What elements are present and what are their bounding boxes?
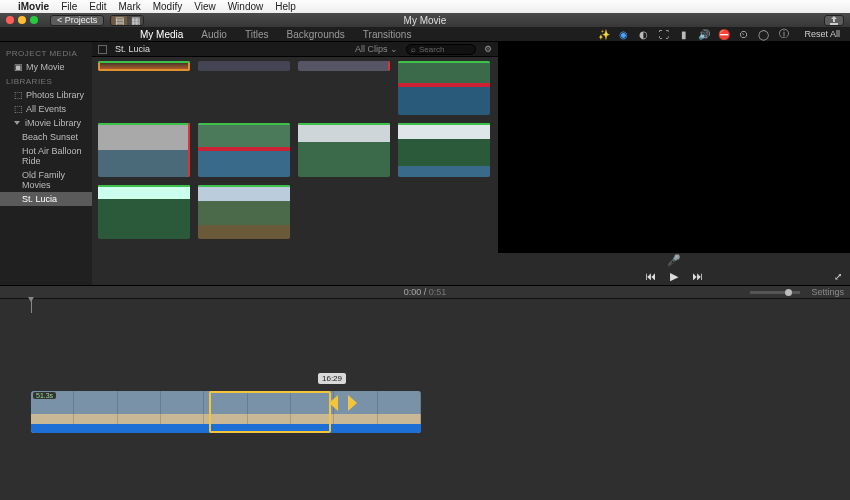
- menu-view[interactable]: View: [194, 1, 216, 12]
- window-controls: [0, 16, 38, 24]
- search-input[interactable]: ⌕ Search: [406, 44, 476, 55]
- window-titlebar: < Projects ▤ ▦ My Movie: [0, 13, 850, 27]
- disclosure-icon[interactable]: [14, 121, 20, 125]
- menu-file[interactable]: File: [61, 1, 77, 12]
- viewer-panel: 🎤 ⏮ ▶ ⏭ ⤢: [498, 42, 850, 285]
- menu-edit[interactable]: Edit: [89, 1, 106, 12]
- volume-icon[interactable]: 🔊: [698, 29, 709, 40]
- tab-backgrounds[interactable]: Backgrounds: [286, 29, 344, 40]
- media-tabs-row: My Media Audio Titles Backgrounds Transi…: [0, 27, 850, 42]
- menu-modify[interactable]: Modify: [153, 1, 182, 12]
- share-button[interactable]: [824, 15, 844, 26]
- sidebar-project-my-movie[interactable]: ▣ My Movie: [0, 60, 92, 74]
- macos-menubar: iMovie File Edit Mark Modify View Window…: [0, 0, 850, 13]
- color-balance-icon[interactable]: ◉: [618, 29, 629, 40]
- menu-imovie[interactable]: iMovie: [18, 1, 49, 12]
- info-icon[interactable]: ⓘ: [778, 27, 789, 41]
- favorites-checkbox[interactable]: [98, 45, 107, 54]
- prev-frame-button[interactable]: ⏮: [645, 270, 656, 282]
- timeline-zoom-slider[interactable]: [750, 291, 800, 294]
- sidebar-event-old-movies[interactable]: Old Family Movies: [0, 168, 92, 192]
- menu-window[interactable]: Window: [228, 1, 264, 12]
- close-window-icon[interactable]: [6, 16, 14, 24]
- preview-viewer[interactable]: [498, 42, 850, 253]
- trim-handle-left-icon[interactable]: [329, 395, 338, 411]
- speed-icon[interactable]: ⏲: [738, 29, 749, 40]
- playback-controls: ⏮ ▶ ⏭ ⤢: [498, 267, 850, 285]
- sidebar-photos-library[interactable]: ⬚ Photos Library: [0, 88, 92, 102]
- crop-icon[interactable]: ⛶: [658, 29, 669, 40]
- sidebar-header-libraries: Libraries: [0, 74, 92, 88]
- noise-reduction-icon[interactable]: ⛔: [718, 29, 729, 40]
- minimize-window-icon[interactable]: [18, 16, 26, 24]
- clip-thumbnail[interactable]: [98, 61, 190, 71]
- zoom-knob[interactable]: [785, 289, 792, 296]
- clip-browser: St. Lucia All Clips ⌄ ⌕ Search ⚙: [92, 42, 498, 285]
- clip-duration-badge: 51.3s: [33, 392, 56, 399]
- clip-thumbnail[interactable]: [198, 61, 290, 71]
- next-frame-button[interactable]: ⏭: [692, 270, 703, 282]
- library-sidebar: Project Media ▣ My Movie Libraries ⬚ Pho…: [0, 42, 92, 285]
- play-button[interactable]: ▶: [670, 270, 678, 283]
- playhead-time: 0:00 / 0:51: [404, 287, 447, 297]
- fullscreen-icon[interactable]: ⤢: [834, 271, 842, 282]
- timeline[interactable]: 16:29 51.3s: [0, 299, 850, 500]
- browser-breadcrumb: St. Lucia: [115, 44, 150, 54]
- maximize-window-icon[interactable]: [30, 16, 38, 24]
- project-title: My Movie: [404, 15, 447, 26]
- menu-mark[interactable]: Mark: [118, 1, 140, 12]
- tab-my-media[interactable]: My Media: [140, 29, 183, 40]
- library-view-icon[interactable]: ▤: [111, 16, 127, 25]
- browser-header: St. Lucia All Clips ⌄ ⌕ Search ⚙: [92, 42, 498, 57]
- timeline-infobar: 0:00 / 0:51 Settings: [0, 285, 850, 299]
- menu-help[interactable]: Help: [275, 1, 296, 12]
- browser-settings-icon[interactable]: ⚙: [484, 44, 492, 54]
- tab-titles[interactable]: Titles: [245, 29, 269, 40]
- clip-thumbnail[interactable]: [398, 61, 490, 115]
- inspector-toolbar: ✨ ◉ ◐ ⛶ ▮ 🔊 ⛔ ⏲ ◯ ⓘ Reset All: [598, 27, 850, 41]
- timeline-clip[interactable]: 51.3s: [31, 391, 421, 433]
- enhance-icon[interactable]: ✨: [598, 29, 609, 40]
- clip-filter-dropdown[interactable]: All Clips ⌄: [355, 44, 398, 54]
- sidebar-header-project: Project Media: [0, 46, 92, 60]
- timeline-settings-button[interactable]: Settings: [811, 287, 844, 297]
- sidebar-event-balloon[interactable]: Hot Air Balloon Ride: [0, 144, 92, 168]
- clip-thumbnail[interactable]: [198, 185, 290, 239]
- sidebar-event-st-lucia[interactable]: St. Lucia: [0, 192, 92, 206]
- stabilization-icon[interactable]: ▮: [678, 29, 689, 40]
- color-correction-icon[interactable]: ◐: [638, 29, 649, 40]
- theater-view-icon[interactable]: ▦: [127, 16, 143, 25]
- clip-thumbnail[interactable]: [198, 123, 290, 177]
- view-mode-toggle[interactable]: ▤ ▦: [110, 15, 144, 26]
- clip-thumbnail[interactable]: [298, 61, 390, 71]
- tab-audio[interactable]: Audio: [201, 29, 227, 40]
- clip-thumbnail[interactable]: [98, 123, 190, 177]
- clip-thumbnails: [92, 57, 498, 285]
- clip-audio-waveform[interactable]: [31, 424, 421, 433]
- back-to-projects-button[interactable]: < Projects: [50, 15, 104, 26]
- reset-all-button[interactable]: Reset All: [804, 29, 840, 39]
- clip-thumbnail[interactable]: [98, 185, 190, 239]
- clip-thumbnail[interactable]: [398, 123, 490, 177]
- clip-filter-icon[interactable]: ◯: [758, 29, 769, 40]
- sidebar-imovie-library[interactable]: iMovie Library: [0, 116, 92, 130]
- sidebar-event-beach-sunset[interactable]: Beach Sunset: [0, 130, 92, 144]
- tab-transitions[interactable]: Transitions: [363, 29, 412, 40]
- trim-tooltip: 16:29: [318, 373, 346, 384]
- sidebar-all-events[interactable]: ⬚ All Events: [0, 102, 92, 116]
- trim-handle-right-icon[interactable]: [348, 395, 357, 411]
- playhead-icon[interactable]: [31, 301, 32, 313]
- voiceover-icon[interactable]: 🎤: [667, 254, 681, 267]
- clip-thumbnail[interactable]: [298, 123, 390, 177]
